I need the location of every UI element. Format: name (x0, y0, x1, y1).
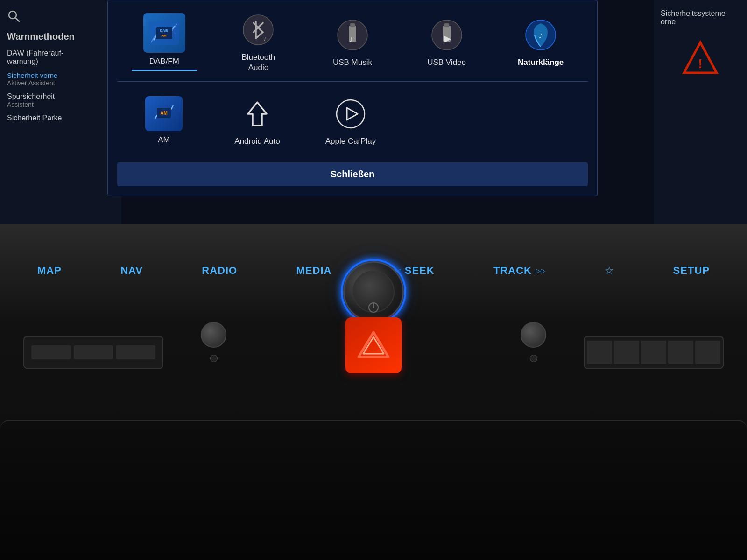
media-button[interactable]: MEDIA (296, 265, 332, 277)
infotainment-screen: Warnmethoden DAW (Fahrerauf-warnung) Sic… (0, 0, 747, 224)
sicherheit-vorne-label: Sicherheit vorne (7, 71, 114, 79)
left-sidebar: Warnmethoden DAW (Fahrerauf-warnung) Sic… (0, 0, 121, 224)
right-sidebar: Sicherheitssystemeorne ! (654, 0, 747, 224)
dab-fm-label: DAB/FM (149, 56, 179, 67)
apple-carplay-label: Apple CarPlay (325, 136, 376, 147)
android-auto-label: Android Auto (234, 136, 280, 147)
apple-carplay-icon (332, 95, 369, 133)
modal-item-android-auto[interactable]: Android Auto (225, 95, 290, 147)
svg-text:!: ! (698, 56, 702, 71)
modal-item-naturklange[interactable]: ♪ Naturklänge (508, 16, 573, 68)
left-control-knob[interactable] (201, 322, 226, 362)
track-label: TRACK (493, 265, 532, 277)
svg-text:AM: AM (160, 111, 168, 116)
modal-item-am[interactable]: AM AM (131, 96, 197, 145)
radio-button[interactable]: RADIO (202, 265, 237, 277)
power-button[interactable] (367, 301, 380, 316)
modal-row-1: DAB FM DAB/FM ♪ (117, 10, 588, 82)
setup-button[interactable]: SETUP (673, 265, 710, 277)
dab-fm-icon: DAB FM (143, 13, 185, 53)
modal-item-apple-carplay[interactable]: Apple CarPlay (318, 95, 383, 147)
search-icon[interactable] (7, 9, 114, 24)
usb-video-label: USB Video (427, 57, 466, 68)
svg-point-8 (243, 15, 273, 45)
usb-musik-label: USB Musik (333, 57, 372, 68)
svg-text:♪: ♪ (263, 35, 267, 42)
svg-marker-25 (347, 108, 358, 120)
modal-item-usb-musik[interactable]: ♪ USB Musik (320, 16, 385, 68)
svg-text:♪: ♪ (349, 35, 353, 44)
sidebar-item-daw[interactable]: DAW (Fahrerauf-warnung) (7, 49, 114, 66)
right-sidebar-text: Sicherheitssystemeorne (661, 9, 740, 26)
left-knob-button (210, 355, 218, 362)
spursicherheit-sub: Assistent (7, 101, 114, 108)
hazard-icon (355, 327, 392, 364)
map-button[interactable]: MAP (37, 265, 62, 277)
svg-text:FM: FM (162, 34, 167, 38)
svg-marker-23 (248, 102, 267, 126)
daw-label: DAW (Fahrerauf-warnung) (7, 49, 114, 66)
left-knob-dial (201, 322, 226, 348)
warning-triangle-icon: ! (682, 40, 719, 77)
buttons-bar: MAP NAV RADIO MEDIA ◁◁ SEEK TRACK ▷▷ ☆ S… (0, 252, 747, 289)
svg-rect-17 (444, 23, 449, 27)
sicherheit-vorne-sub: Aktiver Assistent (7, 79, 114, 87)
modal-item-bluetooth[interactable]: ♪ BluetoothAudio (226, 11, 291, 73)
parke-label: Sicherheit Parke (7, 114, 114, 122)
seek-label: SEEK (405, 265, 435, 277)
sidebar-heading: Warnmethoden (7, 31, 114, 42)
naturklange-icon: ♪ (522, 16, 559, 54)
right-knob-button (530, 355, 537, 362)
spursicherheit-label: Spursicherheit (7, 92, 114, 101)
left-air-vent (23, 336, 163, 369)
hazard-button[interactable] (345, 317, 402, 373)
svg-rect-13 (350, 23, 355, 27)
right-air-vent (584, 336, 724, 369)
svg-line-1 (15, 18, 19, 21)
usb-musik-icon: ♪ (334, 16, 371, 54)
right-control-knob[interactable] (521, 322, 546, 362)
track-right-arrow: ▷▷ (536, 267, 546, 274)
modal-row-2: AM AM Android Auto (117, 89, 588, 160)
svg-point-24 (337, 100, 365, 128)
close-button[interactable]: Schließen (117, 162, 588, 186)
android-auto-icon (239, 95, 276, 133)
am-icon: AM (145, 96, 183, 131)
svg-text:♪: ♪ (538, 30, 543, 40)
source-selection-modal: DAB FM DAB/FM ♪ (107, 0, 598, 196)
sidebar-item-sicherheit-vorne[interactable]: Sicherheit vorne Aktiver Assistent (7, 71, 114, 87)
nav-button[interactable]: NAV (120, 265, 143, 277)
hazard-button-area[interactable] (345, 317, 402, 373)
right-knob-dial (521, 322, 546, 348)
bluetooth-icon: ♪ (240, 11, 277, 49)
naturklange-label: Naturklänge (518, 57, 564, 68)
physical-controls: MAP NAV RADIO MEDIA ◁◁ SEEK TRACK ▷▷ ☆ S… (0, 224, 747, 560)
sidebar-item-parke[interactable]: Sicherheit Parke (7, 114, 114, 122)
speaker-grille-lines (585, 337, 723, 368)
bluetooth-audio-label: BluetoothAudio (241, 52, 275, 73)
bottom-panel (0, 420, 747, 560)
usb-video-icon (428, 16, 465, 54)
modal-item-usb-video[interactable]: USB Video (414, 16, 479, 68)
sidebar-item-spursicherheit[interactable]: Spursicherheit Assistent (7, 92, 114, 108)
modal-item-dab-fm[interactable]: DAB FM DAB/FM (132, 13, 197, 70)
am-label: AM (158, 135, 170, 145)
track-button[interactable]: TRACK ▷▷ (493, 265, 546, 277)
svg-text:DAB: DAB (160, 28, 169, 33)
favorites-button[interactable]: ☆ (605, 265, 614, 277)
